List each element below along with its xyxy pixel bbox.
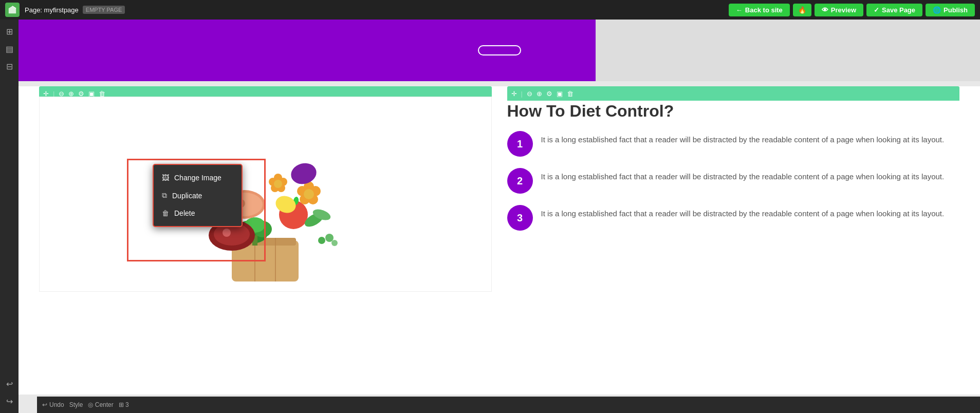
list-number-1: 1 [507, 131, 533, 157]
redo-icon[interactable]: ↪ [3, 395, 16, 408]
right-select-icon[interactable]: ▣ [557, 90, 563, 98]
back-to-site-button[interactable]: ← Back to site [729, 4, 790, 16]
right-delete-icon[interactable]: 🗑 [567, 90, 574, 98]
left-sidebar: ⊞ ▤ ⊟ ↩ ↪ [0, 20, 19, 413]
page-info: Page: myfirstpage [25, 6, 79, 14]
svg-point-18 [223, 229, 231, 237]
list-text-2: It is a long established fact that a rea… [541, 168, 945, 183]
fire-button[interactable]: 🔥 [793, 4, 811, 16]
food-image-area[interactable]: Food TIME 🖼 Change Image ⧉ Duplicate [39, 97, 492, 292]
undo-bottom-icon[interactable]: ↩ Undo [42, 401, 64, 408]
duplicate-item[interactable]: ⧉ Duplicate [154, 186, 242, 204]
save-page-button[interactable]: ✓ Save Page [866, 4, 922, 16]
hero-right-image [596, 20, 980, 81]
preview-button[interactable]: 👁 Preview [815, 4, 863, 16]
eye-icon: 👁 [822, 6, 828, 14]
svg-point-38 [331, 240, 338, 246]
list-text-3: It is a long established fact that a rea… [541, 205, 945, 220]
right-zoom-in-icon[interactable]: ⊕ [537, 90, 542, 98]
left-column: ✛ | ⊖ ⊕ ⚙ ▣ 🗑 [39, 97, 492, 384]
publish-button[interactable]: 🌐 Publish [926, 4, 975, 16]
modules-icon[interactable]: ⊟ [3, 60, 16, 73]
list-text-1: It is a long established fact that a rea… [541, 131, 945, 146]
hero-cta-button[interactable] [478, 45, 521, 55]
list-item: 3 It is a long established fact that a r… [507, 205, 960, 231]
svg-point-37 [318, 237, 325, 244]
grid-icon[interactable]: ⊞ [3, 25, 16, 38]
main-canvas: ✛ | ⊖ ⊕ ⚙ ▣ 🗑 [19, 20, 980, 413]
section-title: How To Diet Control? [507, 102, 960, 121]
layers-icon[interactable]: ▤ [3, 42, 16, 55]
hero-section [19, 20, 980, 81]
svg-point-39 [289, 160, 319, 187]
app-logo [5, 3, 20, 17]
undo-icon[interactable]: ↩ [3, 377, 16, 390]
right-move-icon[interactable]: ✛ [511, 90, 517, 98]
fire-icon: 🔥 [798, 6, 806, 14]
globe-icon: 🌐 [933, 6, 941, 14]
context-menu: 🖼 Change Image ⧉ Duplicate 🗑 Delete [153, 164, 243, 227]
right-section-toolbar: ✛ | ⊖ ⊕ ⚙ ▣ 🗑 [507, 86, 960, 101]
bottom-bar: ↩ Undo Style ◎ Center ⊞ 3 [37, 397, 980, 413]
delete-item[interactable]: 🗑 Delete [154, 204, 242, 222]
empty-page-badge: EMPTY PAGE [83, 6, 125, 14]
right-settings-icon[interactable]: ⚙ [546, 90, 552, 98]
list-item: 2 It is a long established fact that a r… [507, 168, 960, 194]
image-menu-icon: 🖼 [162, 174, 169, 182]
trash-menu-icon: 🗑 [162, 209, 169, 217]
right-zoom-out-icon[interactable]: ⊖ [527, 90, 532, 98]
svg-point-24 [304, 189, 314, 199]
style-icon[interactable]: Style [69, 401, 83, 408]
content-section: ✛ | ⊖ ⊕ ⚙ ▣ 🗑 [19, 86, 980, 395]
grid-bottom-icon[interactable]: ⊞ 3 [119, 401, 129, 408]
svg-point-36 [325, 234, 334, 242]
list-number-3: 3 [507, 205, 533, 231]
svg-point-30 [274, 180, 282, 188]
right-column: ✛ | ⊖ ⊕ ⚙ ▣ 🗑 How To Diet Control? 1 It … [507, 97, 960, 384]
back-arrow-icon: ← [736, 6, 743, 14]
list-item: 1 It is a long established fact that a r… [507, 131, 960, 157]
change-image-item[interactable]: 🖼 Change Image [154, 169, 242, 186]
list-number-2: 2 [507, 168, 533, 194]
duplicate-menu-icon: ⧉ [162, 191, 167, 200]
topbar: Page: myfirstpage EMPTY PAGE ← Back to s… [0, 0, 980, 20]
center-icon[interactable]: ◎ Center [88, 401, 113, 408]
checkmark-icon: ✓ [874, 6, 879, 14]
